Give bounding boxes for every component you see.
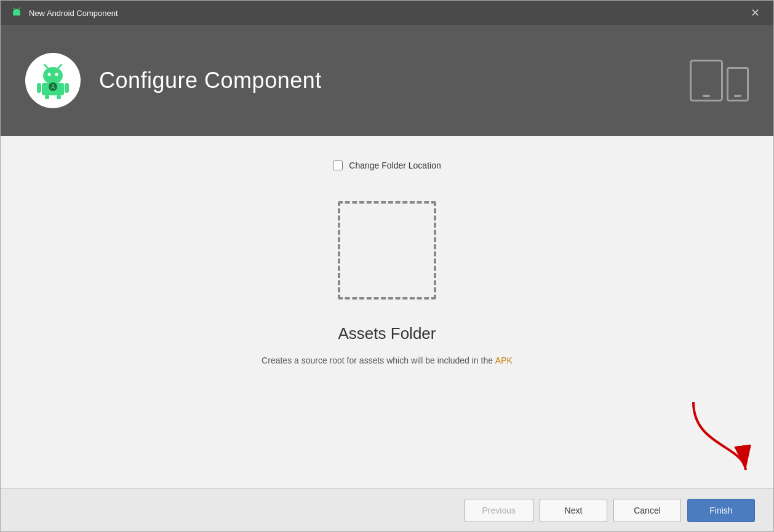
logo-circle: A — [25, 53, 81, 108]
finish-button[interactable]: Finish — [687, 499, 755, 522]
svg-rect-8 — [45, 95, 49, 99]
svg-rect-7 — [65, 83, 69, 93]
bottom-bar: Previous Next Cancel Finish — [1, 488, 773, 531]
previous-button[interactable]: Previous — [465, 499, 533, 522]
tablet-icon — [690, 60, 723, 101]
finish-arrow — [681, 396, 755, 476]
svg-line-3 — [44, 65, 48, 68]
svg-point-2 — [55, 73, 58, 76]
android-logo-icon: A — [34, 62, 71, 99]
device-icons — [690, 60, 749, 101]
phone-icon — [727, 67, 749, 101]
svg-point-1 — [48, 73, 51, 76]
close-button[interactable]: ✕ — [747, 5, 764, 21]
title-bar: New Android Component ✕ — [1, 1, 773, 25]
change-folder-label[interactable]: Change Folder Location — [333, 161, 441, 170]
header-title: Configure Component — [99, 68, 322, 93]
svg-text:A: A — [51, 84, 55, 90]
android-title-icon — [10, 7, 23, 19]
main-content: Change Folder Location Assets Folder Cre… — [1, 136, 773, 488]
next-button[interactable]: Next — [540, 499, 607, 522]
component-title: Assets Folder — [338, 324, 436, 343]
window-title: New Android Component — [29, 9, 118, 18]
description-apk: APK — [495, 355, 513, 365]
component-description: Creates a source root for assets which w… — [261, 355, 513, 365]
dialog-window: New Android Component ✕ — [0, 0, 774, 532]
dashed-preview-rect — [338, 201, 436, 300]
change-folder-text: Change Folder Location — [349, 161, 441, 170]
svg-point-0 — [43, 67, 63, 84]
svg-rect-6 — [37, 83, 41, 93]
checkbox-row: Change Folder Location — [38, 161, 736, 170]
svg-line-4 — [58, 65, 62, 68]
svg-rect-9 — [57, 95, 61, 99]
description-prefix: Creates a source root for assets which w… — [261, 355, 495, 365]
cancel-button[interactable]: Cancel — [613, 499, 681, 522]
preview-area — [338, 201, 436, 300]
change-folder-checkbox[interactable] — [333, 161, 343, 170]
header-section: A Configure Component — [1, 25, 773, 136]
